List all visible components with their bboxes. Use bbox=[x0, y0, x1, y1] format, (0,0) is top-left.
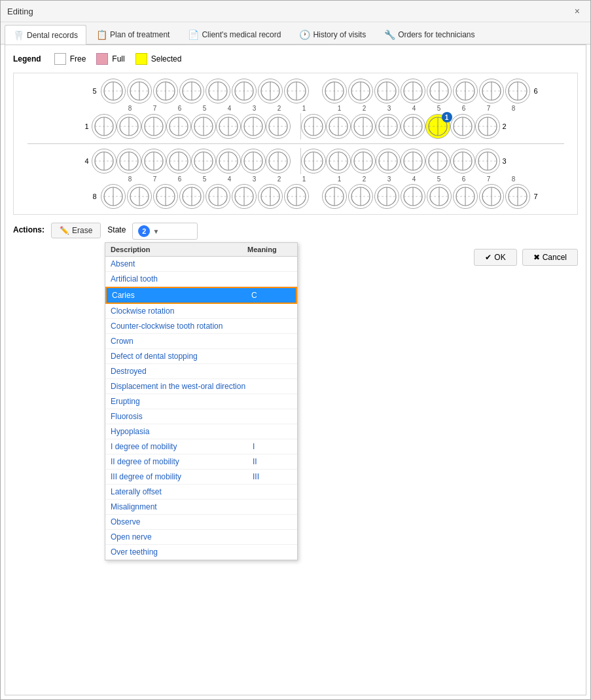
tooth-lower-right-2[interactable] bbox=[348, 184, 373, 209]
tooth-lower-left-1[interactable] bbox=[284, 184, 309, 209]
dropdown-row[interactable]: Crown bbox=[105, 334, 297, 349]
tooth-adult-ul-8[interactable] bbox=[92, 114, 116, 139]
tooth-lower-left-8[interactable] bbox=[101, 184, 126, 209]
tooth-adult-ur-1[interactable] bbox=[301, 114, 326, 139]
tooth-adult-ul-7[interactable] bbox=[116, 114, 141, 139]
dropdown-row[interactable]: II degree of mobilityII bbox=[105, 454, 297, 470]
tooth-adult-ur-8[interactable] bbox=[475, 114, 500, 139]
tooth-adult-ul-6[interactable] bbox=[141, 114, 166, 139]
tooth-adult-lr-7[interactable] bbox=[450, 149, 475, 174]
tooth-adult-ul-4[interactable] bbox=[191, 114, 216, 139]
dropdown-row[interactable]: Destroyed bbox=[105, 364, 297, 379]
tooth-upper-right-3[interactable] bbox=[374, 79, 399, 103]
tooth-lower-right-5[interactable] bbox=[427, 184, 452, 209]
tooth-adult-ur-5[interactable] bbox=[401, 114, 425, 139]
tooth-adult-lr-3[interactable] bbox=[351, 149, 376, 174]
tooth-lower-left-6[interactable] bbox=[153, 184, 178, 209]
tooth-upper-left-5[interactable] bbox=[179, 79, 204, 103]
tooth-adult-lr-1[interactable] bbox=[301, 149, 326, 174]
tooth-adult-ll-6[interactable] bbox=[141, 149, 166, 174]
state-badge: 2 bbox=[138, 225, 150, 237]
dropdown-row-meaning bbox=[253, 259, 292, 268]
tooth-adult-ll-3[interactable] bbox=[216, 149, 241, 174]
tooth-adult-ll-5[interactable] bbox=[166, 149, 191, 174]
dropdown-row-description: Misalignment bbox=[111, 502, 253, 511]
tooth-lower-right-3[interactable] bbox=[374, 184, 399, 209]
tooth-adult-ul-3[interactable] bbox=[216, 114, 241, 139]
tooth-upper-left-7[interactable] bbox=[127, 79, 152, 103]
tab-plan-of-treatment[interactable]: 📋 Plan of treatment bbox=[88, 25, 178, 44]
tooth-adult-ur-7[interactable] bbox=[450, 114, 475, 139]
dropdown-row-description: Crown bbox=[111, 337, 253, 346]
tooth-upper-left-2[interactable] bbox=[258, 79, 283, 103]
tooth-adult-ur-6-selected[interactable]: 1 bbox=[425, 114, 450, 139]
tooth-upper-right-7[interactable] bbox=[479, 79, 504, 103]
tooth-adult-ll-1[interactable] bbox=[266, 149, 291, 174]
dropdown-row[interactable]: Over teething bbox=[105, 545, 297, 560]
dropdown-row[interactable]: Erupting bbox=[105, 394, 297, 409]
tooth-upper-left-4[interactable] bbox=[206, 79, 230, 103]
tooth-upper-left-3[interactable] bbox=[232, 79, 257, 103]
dental-records-icon: 🦷 bbox=[13, 30, 24, 41]
cancel-button[interactable]: ✖ Cancel bbox=[522, 249, 578, 266]
tooth-upper-right-2[interactable] bbox=[348, 79, 373, 103]
state-dropdown[interactable]: 2 ▼ bbox=[132, 223, 198, 240]
tooth-upper-left-8[interactable] bbox=[101, 79, 126, 103]
tab-orders-for-technicians[interactable]: 🔧 Orders for technicians bbox=[376, 25, 483, 44]
dropdown-row[interactable]: Displacement in the west-oral direction bbox=[105, 379, 297, 394]
dropdown-row[interactable]: Hypoplasia bbox=[105, 424, 297, 439]
tooth-adult-lr-8[interactable] bbox=[475, 149, 500, 174]
tooth-lower-left-4[interactable] bbox=[206, 184, 230, 209]
dropdown-row[interactable]: III degree of mobilityIII bbox=[105, 470, 297, 485]
tooth-lower-left-7[interactable] bbox=[127, 184, 152, 209]
tooth-lower-left-2[interactable] bbox=[258, 184, 283, 209]
tooth-adult-ul-5[interactable] bbox=[166, 114, 191, 139]
dropdown-row[interactable]: Laterally offset bbox=[105, 485, 297, 500]
tooth-lower-left-5[interactable] bbox=[179, 184, 204, 209]
tab-dental-records[interactable]: 🦷 Dental records bbox=[5, 25, 86, 45]
tooth-adult-lr-5[interactable] bbox=[401, 149, 425, 174]
tooth-adult-ll-4[interactable] bbox=[191, 149, 216, 174]
tooth-upper-right-8[interactable] bbox=[505, 79, 530, 103]
dropdown-row[interactable]: Defect of dental stopping bbox=[105, 349, 297, 364]
tab-history-of-visits[interactable]: 🕐 History of visits bbox=[291, 25, 374, 44]
tooth-upper-right-6[interactable] bbox=[453, 79, 478, 103]
tooth-lower-right-1[interactable] bbox=[322, 184, 347, 209]
tab-clients-medical-record[interactable]: 📄 Client's medical record bbox=[179, 25, 289, 44]
tooth-lower-right-4[interactable] bbox=[401, 184, 425, 209]
dropdown-row[interactable]: Fluorosis bbox=[105, 409, 297, 424]
tooth-upper-right-1[interactable] bbox=[322, 79, 347, 103]
tooth-adult-lr-4[interactable] bbox=[376, 149, 401, 174]
tooth-upper-left-1[interactable] bbox=[284, 79, 309, 103]
dropdown-row[interactable]: CariesC bbox=[105, 287, 297, 304]
tooth-adult-lr-6[interactable] bbox=[425, 149, 450, 174]
tooth-adult-ul-1[interactable] bbox=[266, 114, 291, 139]
tooth-upper-right-4[interactable] bbox=[401, 79, 425, 103]
close-button[interactable]: × bbox=[571, 5, 584, 18]
erase-button[interactable]: ✏️ Erase bbox=[51, 223, 101, 238]
dropdown-row[interactable]: I degree of mobilityI bbox=[105, 439, 297, 454]
tooth-adult-lr-2[interactable] bbox=[326, 149, 351, 174]
dropdown-row[interactable]: Open nerve bbox=[105, 530, 297, 545]
tooth-adult-ur-2[interactable] bbox=[326, 114, 351, 139]
tooth-lower-left-3[interactable] bbox=[232, 184, 257, 209]
tooth-lower-right-6[interactable] bbox=[453, 184, 478, 209]
dropdown-row[interactable]: Artificial tooth bbox=[105, 272, 297, 287]
tooth-adult-ul-2[interactable] bbox=[241, 114, 266, 139]
dropdown-row[interactable]: Clockwise rotation bbox=[105, 304, 297, 319]
tooth-upper-left-6[interactable] bbox=[153, 79, 178, 103]
tooth-upper-right-5[interactable] bbox=[427, 79, 452, 103]
dropdown-row[interactable]: Observe bbox=[105, 515, 297, 530]
dropdown-row[interactable]: Absent bbox=[105, 257, 297, 272]
tooth-adult-ur-3[interactable] bbox=[351, 114, 376, 139]
ok-button[interactable]: ✔ OK bbox=[474, 249, 516, 266]
tooth-adult-ur-4[interactable] bbox=[376, 114, 401, 139]
tooth-lower-right-8[interactable] bbox=[505, 184, 530, 209]
tooth-adult-ll-8[interactable] bbox=[92, 149, 116, 174]
dropdown-scroll[interactable]: AbsentArtificial toothCariesCClockwise r… bbox=[105, 257, 297, 560]
dropdown-row[interactable]: Counter-clockwise tooth rotation bbox=[105, 319, 297, 334]
tooth-lower-right-7[interactable] bbox=[479, 184, 504, 209]
dropdown-row[interactable]: Misalignment bbox=[105, 500, 297, 515]
tooth-adult-ll-2[interactable] bbox=[241, 149, 266, 174]
tooth-adult-ll-7[interactable] bbox=[116, 149, 141, 174]
